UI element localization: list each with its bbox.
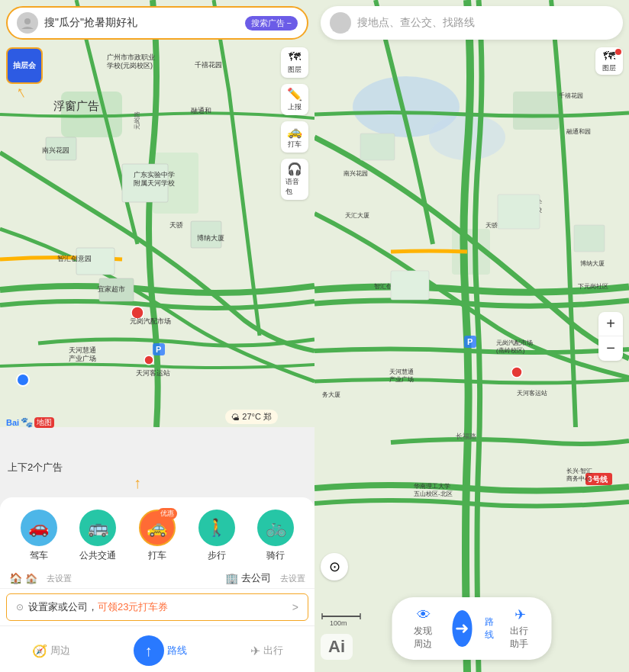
search-text-left: 搜"瓜分"抢暑期好礼 [44,16,245,30]
user-avatar-right [330,12,351,34]
svg-point-59 [511,367,522,378]
tab-nearby[interactable]: 🧭 周边 [20,632,82,669]
svg-text:广东实验中学: 广东实验中学 [134,171,175,178]
zoom-in-btn[interactable]: + [598,312,623,336]
promo-bar[interactable]: ⊙ 设置家或公司， 可领23元打车券 > [6,593,308,621]
nav-route-right[interactable]: ➜ [452,610,473,647]
shortcut-home[interactable]: 🏠 🏠 [9,572,37,584]
tab-travel[interactable]: ✈ 出行 [238,632,295,669]
map-layer-label-right: 图层 [602,63,616,73]
transport-taxi[interactable]: 🚕 优惠 打车 [139,510,176,562]
svg-rect-62 [360,133,395,160]
company-setting[interactable]: 去设置 [280,573,305,584]
svg-text:(燕岭校区): (燕岭校区) [496,347,525,354]
company-label: 去公司 [241,571,271,585]
bike-label: 骑行 [266,549,285,562]
voice-icon: 🎧 [287,162,302,176]
promo-dot-icon: ⊙ [16,602,24,613]
svg-text:P: P [467,337,473,346]
shortcuts-row: 🏠 🏠 去设置 🏢 去公司 去设置 [0,568,314,589]
svg-text:P: P [156,345,161,354]
shortcut-company[interactable]: 🏢 去公司 [225,571,271,585]
tool-layers[interactable]: 🗺 图层 [281,47,308,78]
float-ad-icon[interactable]: 抽层会 [6,47,43,84]
svg-text:商务中心: 商务中心 [566,475,591,482]
svg-text:天汇大厦: 天汇大厦 [345,212,369,219]
svg-text:长福路: 长福路 [456,432,476,440]
nav-travel-right[interactable]: ✈ 出行助手 [501,603,540,654]
nav-discover-right[interactable]: 👁 发现周边 [405,604,444,654]
tool-taxi[interactable]: 🚕 打车 [281,121,308,153]
map-tools: 🗺 图层 ✏️ 上报 🚕 打车 🎧 语音包 [281,47,308,200]
tab-route-label: 路线 [167,644,187,658]
bottom-panel: 🚗 驾车 🚌 公共交通 🚕 优惠 打车 🚶 [0,497,314,672]
promo-highlight: 可领23元打车券 [98,600,168,614]
home-icon: 🏠 [9,572,22,584]
transport-bike[interactable]: 🚲 骑行 [257,510,294,562]
nearby-icon: 🧭 [32,644,47,658]
svg-text:天河客运站: 天河客运站 [136,369,170,377]
taxi-label: 打车 [148,549,166,562]
svg-text:产业广场: 产业广场 [389,376,414,383]
svg-text:元岗路: 元岗路 [134,111,140,130]
route-icon-right: ➜ [455,619,469,638]
transport-drive[interactable]: 🚗 驾车 [21,510,57,562]
svg-text:天骄: 天骄 [169,221,183,229]
svg-text:五山校区-北区: 五山校区-北区 [414,490,453,497]
svg-text:博纳大厦: 博纳大厦 [580,260,605,267]
transport-walk[interactable]: 🚶 步行 [198,510,235,562]
home-setting[interactable]: 去设置 [47,573,72,584]
svg-text:宜家超市: 宜家超市 [98,285,125,293]
svg-point-9 [144,355,153,365]
search-bar-left[interactable]: 搜"瓜分"抢暑期好礼 搜索广告 − [6,6,308,40]
svg-text:千禧花园: 千禧花园 [195,61,222,69]
bike-icon-circle: 🚲 [257,510,294,546]
zoom-out-btn[interactable]: − [598,336,623,361]
ai-label: Ai [321,634,353,660]
bus-icon-circle: 🚌 [79,510,116,546]
report-icon: ✏️ [287,87,302,101]
svg-point-71 [337,17,344,24]
svg-text:天河慧通: 天河慧通 [389,368,414,375]
svg-text:附属天河学校: 附属天河学校 [134,179,175,187]
svg-text:长兴·智汇: 长兴·智汇 [566,468,592,474]
svg-text:元岗汽配市场: 元岗汽配市场 [496,339,533,346]
company-icon: 🏢 [225,572,238,584]
tab-route[interactable]: ↑ 路线 [121,632,199,669]
search-placeholder-right: 搜地点、查公交、找路线 [357,16,475,30]
location-btn-right[interactable]: ⊙ [321,553,348,580]
travel-icon: ✈ [250,644,260,658]
layers-icon: 🗺 [289,50,301,64]
taxi-arrow-annotation: ↑ [134,474,141,492]
right-panel: 长福路 3号线 广州市市政职业 学校(元岗校区) 千禧花园 融通和园 南兴花园 … [314,0,629,672]
search-bar-right[interactable]: 搜地点、查公交、找路线 [321,6,623,40]
svg-text:融通和: 融通和 [191,107,211,114]
travel-icon-right: ✈ [514,606,526,623]
taxi-icon-circle: 🚕 优惠 [139,510,176,546]
svg-text:融通和园: 融通和园 [566,128,591,135]
bottom-tabs: 🧭 周边 ↑ 路线 ✈ 出行 [0,625,314,672]
tab-nearby-label: 周边 [50,644,70,658]
ad2-label: 上下2个广告 [8,461,63,474]
svg-point-29 [24,18,31,24]
baidu-watermark: Bai 🐾 地图 [6,416,54,428]
svg-text:产业广场: 产业广场 [69,355,96,362]
walk-label: 步行 [208,549,226,562]
temp-badge: 🌤 27°C 郑 [225,410,278,424]
promo-text: 设置家或公司， [28,600,98,614]
svg-text:智汇创意园: 智汇创意园 [57,255,92,262]
svg-text:天骄: 天骄 [485,222,498,229]
svg-text:南兴花园: 南兴花园 [42,146,69,154]
svg-text:天河客运站: 天河客运站 [517,390,547,397]
svg-text:华南理工大学: 华南理工大学 [414,483,450,490]
svg-text:博纳大厦: 博纳大厦 [197,234,224,242]
transport-bus[interactable]: 🚌 公共交通 [79,510,116,562]
tool-voice[interactable]: 🎧 语音包 [281,159,308,200]
svg-text:元岗汽配市场: 元岗汽配市场 [130,317,171,325]
tool-report[interactable]: ✏️ 上报 [281,84,308,115]
map-layer-btn-right[interactable]: 🗺 图层 [595,47,623,75]
route-active-circle: ↑ [134,635,164,666]
map-layer-icon-right: 🗺 [603,50,615,63]
bus-label: 公共交通 [79,549,116,562]
travel-label-right: 出行助手 [510,625,531,651]
